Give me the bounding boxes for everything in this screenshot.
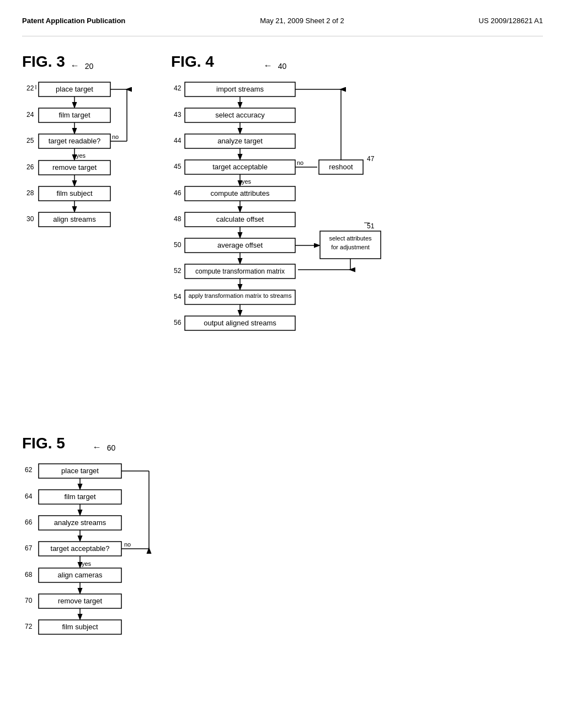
svg-text:66: 66 (25, 518, 33, 526)
fig3-num-30: 30 (26, 215, 34, 223)
fig3-ref: 20 (85, 62, 94, 71)
svg-text:68: 68 (25, 571, 33, 579)
fig5-text-72: film subject (62, 623, 98, 631)
fig3-text-25: target readable? (49, 137, 101, 145)
svg-text:62: 62 (25, 466, 33, 474)
page: Patent Application Publication May 21, 2… (0, 0, 565, 728)
fig3-text-22: place target (56, 85, 93, 93)
svg-text:43: 43 (174, 111, 182, 119)
svg-text:44: 44 (174, 137, 182, 144)
fig3-text-28: film subject (56, 189, 92, 197)
fig4-arrow: ← (264, 61, 273, 71)
fig3-num-25: 25 (26, 137, 34, 144)
fig4-label: FIG. 4 (171, 53, 214, 71)
fig3-no-label: no (112, 133, 119, 140)
fig5-text-66: analyze streams (54, 518, 106, 527)
fig4-text-42: import streams (216, 85, 264, 93)
svg-text:no: no (124, 541, 131, 548)
svg-text:64: 64 (25, 493, 33, 500)
fig4-text-47: reshoot (329, 163, 353, 171)
fig5-text-70: remove target (58, 597, 103, 605)
header-center: May 21, 2009 Sheet 2 of 2 (260, 17, 344, 25)
fig3-svg: 22 place target 24 film target 25 target… (22, 79, 138, 322)
fig4-text-45: target acceptable (212, 163, 268, 171)
fig3-text-30: align streams (53, 215, 96, 223)
fig5-label: FIG. 5 (22, 435, 65, 452)
fig5-text-64: film target (64, 493, 95, 501)
svg-text:yes: yes (82, 560, 92, 567)
svg-text:54: 54 (174, 293, 182, 301)
fig3-diagram: FIG. 3 ← 20 22 place target 24 film targ… (22, 53, 138, 324)
fig3-label: FIG. 3 (22, 53, 65, 71)
svg-text:50: 50 (174, 241, 182, 249)
fig3-text-26: remove target (52, 163, 97, 172)
fig3-num-28: 28 (26, 189, 34, 197)
fig3-yes-label: yes (76, 152, 86, 159)
svg-text:45: 45 (174, 163, 182, 170)
svg-text:52: 52 (174, 267, 182, 275)
fig3-arrow: ← (71, 61, 79, 71)
fig4-text-44: analyze target (217, 137, 263, 145)
fig5-svg: 62 place target 64 film target 66 analyz… (22, 461, 243, 693)
fig3-num-24: 24 (26, 111, 34, 119)
svg-text:42: 42 (174, 84, 182, 92)
svg-text:for adjustment: for adjustment (331, 244, 370, 250)
fig4-ref: 40 (278, 62, 287, 71)
header: Patent Application Publication May 21, 2… (22, 11, 543, 36)
svg-text:yes: yes (242, 178, 252, 185)
fig3-num-26: 26 (26, 163, 34, 171)
svg-text:no: no (297, 159, 303, 166)
header-right: US 2009/128621 A1 (479, 17, 543, 25)
svg-text:72: 72 (25, 623, 33, 630)
fig4-svg: 42 import streams 43 select accuracy 44 … (171, 79, 436, 410)
svg-text:70: 70 (25, 597, 33, 604)
fig4-text-56: output aligned streams (204, 319, 276, 327)
svg-text:46: 46 (174, 189, 182, 197)
header-left: Patent Application Publication (22, 17, 125, 25)
fig4-text-43: select accuracy (215, 111, 265, 119)
fig5-arrow: ← (93, 442, 102, 452)
fig4-text-50: average offset (217, 241, 263, 249)
svg-text:select attributes: select attributes (329, 235, 372, 242)
svg-text:47: 47 (367, 155, 375, 163)
svg-text:51: 51 (367, 222, 375, 230)
fig5-text-68: align cameras (58, 571, 103, 579)
fig5-ref: 60 (107, 443, 116, 452)
svg-text:56: 56 (174, 319, 182, 326)
fig5-text-62: place target (61, 467, 99, 475)
fig5-diagram: FIG. 5 ← 60 62 place target 64 (22, 435, 543, 695)
fig4-text-46: compute attributes (211, 189, 270, 197)
fig5-text-67: target acceptable? (51, 544, 110, 553)
fig4-text-48: calculate offset (216, 215, 264, 223)
fig4-text-52: compute transformation matrix (195, 267, 285, 275)
fig4-text-54: apply transformation matrix to streams (188, 292, 292, 299)
svg-text:67: 67 (25, 544, 33, 552)
fig3-text-24: film target (58, 111, 90, 119)
fig3-num-22: 22 (26, 84, 34, 92)
fig4-diagram: FIG. 4 ← 40 42 import streams (171, 53, 436, 413)
svg-text:48: 48 (174, 215, 182, 223)
